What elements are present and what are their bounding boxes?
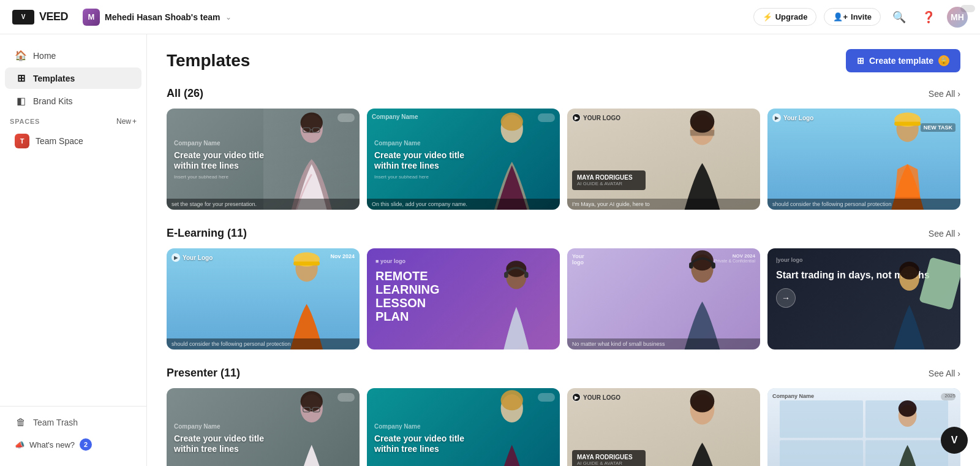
svg-rect-23: [689, 262, 693, 269]
template-card[interactable]: ▶ Your Logo Nov 2024 should consider the…: [167, 248, 360, 350]
new-space-button[interactable]: New +: [116, 117, 137, 126]
main-content: Templates ⊞ Create template 🔒 All (26) S…: [147, 34, 980, 466]
page-header: Templates ⊞ Create template 🔒: [167, 49, 960, 72]
template-card[interactable]: Company Name Create your video title wit…: [367, 109, 560, 210]
svg-rect-9: [690, 130, 715, 136]
template-icon: ⊞: [857, 56, 864, 66]
person-plus-icon: 👤+: [833, 12, 848, 21]
elearning-templates-row: ▶ Your Logo Nov 2024 should consider the…: [167, 248, 960, 350]
upgrade-button[interactable]: ⚡ Upgrade: [753, 8, 817, 26]
sidebar: 🏠 Home ⊞ Templates ◧ Brand Kits SPACES N…: [0, 34, 147, 466]
svg-rect-24: [711, 262, 715, 269]
create-template-button[interactable]: ⊞ Create template 🔒: [846, 49, 960, 72]
template-card[interactable]: MAYA RODRIGUES AI GUIDE & AVATAR ▶ YOUR …: [567, 388, 760, 466]
svg-point-6: [500, 113, 522, 131]
template-card[interactable]: Company Name Create your video title wit…: [167, 388, 360, 466]
team-name: Mehedi Hasan Shoab's team: [105, 12, 221, 22]
logo-text: VEED: [39, 10, 68, 23]
all-see-all-button[interactable]: See All ›: [929, 89, 960, 99]
template-card[interactable]: |your logo Start trading in days, not mo…: [767, 248, 960, 350]
sidebar-item-templates[interactable]: ⊞ Templates: [5, 67, 141, 89]
templates-icon: ⊞: [15, 72, 27, 84]
presenter-section-header: Presenter (11) See All ›: [167, 367, 960, 380]
presenter-templates-row: Company Name Create your video title wit…: [167, 388, 960, 466]
elearning-section: E-Learning (11) See All ›: [167, 227, 960, 350]
sidebar-item-home[interactable]: 🏠 Home: [5, 45, 141, 66]
help-button[interactable]: ❓: [918, 6, 940, 28]
sidebar-item-brand-kits[interactable]: ◧ Brand Kits: [5, 90, 141, 112]
presenter-section-title: Presenter (11): [167, 367, 240, 380]
veed-chat-button[interactable]: V: [941, 427, 968, 454]
team-selector[interactable]: M Mehedi Hasan Shoab's team ⌄: [78, 6, 236, 28]
presenter-see-all-button[interactable]: See All ›: [929, 369, 960, 378]
svg-rect-20: [524, 272, 529, 278]
lock-badge: 🔒: [938, 55, 949, 66]
sidebar-item-team-trash[interactable]: 🗑 Team Trash: [5, 412, 141, 433]
search-button[interactable]: 🔍: [888, 6, 910, 28]
svg-point-26: [899, 262, 919, 280]
team-chevron-icon: ⌄: [225, 13, 232, 21]
trash-icon: 🗑: [15, 417, 27, 428]
template-card[interactable]: Company Name Create your video title wit…: [167, 109, 360, 210]
template-card[interactable]: Company Name Create your video title wit…: [367, 388, 560, 466]
template-card[interactable]: Yourlogo NOV 2024 Private & Confidential…: [567, 248, 760, 350]
all-section-header: All (26) See All ›: [167, 87, 960, 100]
template-card[interactable]: MAYA RODRIGUES AI GUIDE & AVATAR ▶ YOUR …: [567, 109, 760, 210]
logo-icon: V: [12, 10, 34, 25]
svg-point-8: [690, 110, 715, 132]
all-templates-row: Company Name Create your video title wit…: [167, 109, 960, 210]
invite-button[interactable]: 👤+ Invite: [824, 8, 881, 26]
brand-kits-icon: ◧: [15, 95, 27, 107]
top-actions: ⚡ Upgrade 👤+ Invite 🔍 ❓ MH: [753, 6, 968, 28]
all-section: All (26) See All ›: [167, 87, 960, 210]
bolt-icon: ⚡: [763, 12, 772, 21]
bell-icon: 📣: [15, 440, 24, 449]
plus-icon: +: [132, 117, 137, 126]
notification-badge: 2: [80, 438, 92, 451]
svg-point-33: [500, 390, 522, 410]
svg-point-35: [690, 390, 715, 412]
svg-rect-16: [293, 261, 320, 265]
team-avatar: M: [83, 9, 100, 26]
svg-rect-19: [504, 272, 508, 278]
elearning-section-header: E-Learning (11) See All ›: [167, 227, 960, 240]
template-card[interactable]: Company Name 2025: [767, 388, 960, 466]
presenter-section: Presenter (11) See All ›: [167, 367, 960, 466]
page-title: Templates: [167, 51, 250, 71]
team-space-icon: T: [15, 134, 29, 148]
svg-point-37: [899, 400, 917, 416]
svg-rect-12: [894, 121, 921, 126]
top-bar: V VEED M Mehedi Hasan Shoab's team ⌄ ⚡ U…: [0, 0, 980, 34]
template-card[interactable]: ■ your logo REMOTELEARNINGLESSONPLAN: [367, 248, 560, 350]
whats-new-button[interactable]: 📣 What's new? 2: [5, 434, 141, 456]
spaces-section-header: SPACES New +: [0, 112, 146, 128]
logo: V VEED: [12, 10, 68, 25]
home-icon: 🏠: [15, 50, 27, 61]
sidebar-item-team-space[interactable]: T Team Space: [5, 129, 141, 153]
elearning-see-all-button[interactable]: See All ›: [929, 229, 960, 239]
sidebar-bottom: 🗑 Team Trash 📣 What's new? 2: [0, 406, 146, 456]
elearning-section-title: E-Learning (11): [167, 227, 247, 240]
all-section-title: All (26): [167, 87, 203, 100]
template-card[interactable]: ▶ Your Logo NEW TASK should consider the…: [767, 109, 960, 210]
